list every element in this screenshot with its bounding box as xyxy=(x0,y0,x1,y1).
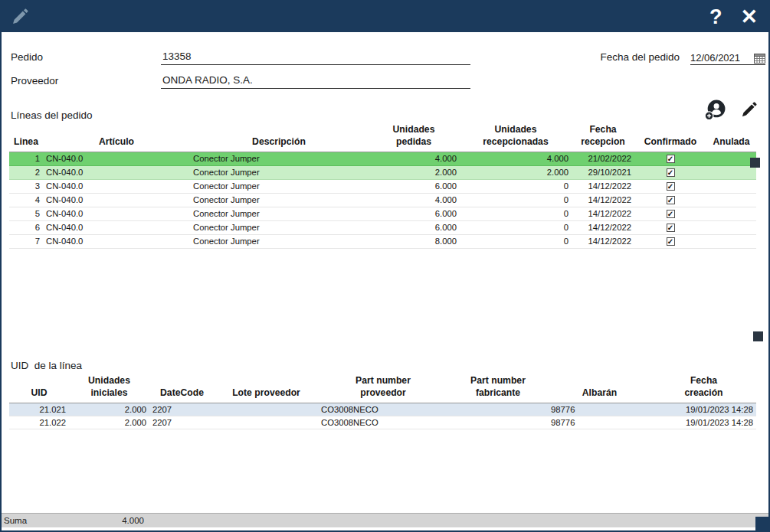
cell-albaran: 98776 xyxy=(548,416,651,429)
cell-iniciales: 2.000 xyxy=(69,416,149,429)
col-unidades-iniciales: Unidades iniciales xyxy=(69,374,149,403)
proveedor-input[interactable]: ONDA RADIO, S.A. xyxy=(161,74,470,89)
suma-value: 4.000 xyxy=(92,514,144,527)
col-anulada: Anulada xyxy=(706,122,756,152)
cell-fecha: 14/12/2022 xyxy=(572,234,634,248)
cell-fecha: 14/12/2022 xyxy=(572,179,634,193)
cell-descripcion: Conector Jumper xyxy=(190,234,368,248)
confirmado-checkbox[interactable]: ✓ xyxy=(667,237,675,246)
cell-articulo: CN-040.0 xyxy=(43,207,190,220)
proveedor-label: Proveedor xyxy=(11,75,161,89)
col-fecha-recepcion: Fecha recepcion xyxy=(572,122,634,152)
cell-descripcion: Conector Jumper xyxy=(190,220,368,234)
cell-fecha: 29/10/2021 xyxy=(572,165,634,179)
cell-uid: 21.022 xyxy=(9,416,69,429)
col-confirmado: Confirmado xyxy=(634,122,706,152)
col-pn-fabricante: Part number fabricante xyxy=(448,374,548,403)
col-albaran: Albarán xyxy=(548,374,651,403)
lineas-row[interactable]: 7CN-040.0Conector Jumper8.000014/12/2022… xyxy=(9,234,756,248)
cell-pn_fabricante xyxy=(448,416,548,429)
cell-fecha: 14/12/2022 xyxy=(572,193,634,207)
cell-linea: 5 xyxy=(9,207,43,220)
col-uid: UID xyxy=(9,374,69,403)
cell-fecha: 21/02/2022 xyxy=(572,152,634,165)
close-button[interactable]: ✕ xyxy=(740,7,758,28)
lineas-row[interactable]: 4CN-040.0Conector Jumper4.000014/12/2022… xyxy=(9,193,756,207)
cell-pedidas: 4.000 xyxy=(368,152,460,165)
calendar-icon[interactable] xyxy=(754,53,765,64)
cell-articulo: CN-040.0 xyxy=(43,193,190,207)
cell-confirmado: ✓ xyxy=(634,152,706,165)
fecha-pedido-input[interactable]: 12/06/2021 xyxy=(690,52,765,65)
help-button[interactable]: ? xyxy=(709,7,722,28)
cell-articulo: CN-040.0 xyxy=(43,165,190,179)
uid-section-header: UID de la línea xyxy=(2,346,768,374)
lineas-row[interactable]: 1CN-040.0Conector Jumper4.0004.00021/02/… xyxy=(9,152,756,165)
scrollbar-square[interactable] xyxy=(753,331,763,341)
lineas-title: Líneas del pedido xyxy=(11,109,93,121)
cell-confirmado: ✓ xyxy=(634,193,706,207)
cell-pn_proveedor: CO3008NECO xyxy=(318,416,448,429)
cell-datecode: 2207 xyxy=(149,416,215,429)
cell-fecha: 14/12/2022 xyxy=(572,220,634,234)
lineas-toolbar xyxy=(704,99,758,121)
cell-linea: 6 xyxy=(9,220,43,234)
confirmado-checkbox[interactable]: ✓ xyxy=(667,196,675,204)
suma-bar: Suma 4.000 xyxy=(2,513,768,527)
confirmado-checkbox[interactable]: ✓ xyxy=(667,182,675,191)
col-linea: Linea xyxy=(9,122,43,152)
uid-header-row: UID Unidades iniciales DateCode Lote pro… xyxy=(9,374,756,403)
cell-lote xyxy=(215,416,318,429)
cell-anulada xyxy=(706,207,756,220)
lineas-row[interactable]: 5CN-040.0Conector Jumper6.000014/12/2022… xyxy=(9,207,756,220)
confirmado-checkbox[interactable]: ✓ xyxy=(667,210,675,218)
cell-linea: 4 xyxy=(9,193,43,207)
edit-lines-icon[interactable] xyxy=(740,101,758,119)
confirmado-checkbox[interactable]: ✓ xyxy=(667,224,675,232)
cell-pn_proveedor: CO3008NECO xyxy=(318,403,448,416)
pedido-input[interactable]: 13358 xyxy=(161,51,470,65)
fecha-pedido-group: Fecha del pedido 12/06/2021 xyxy=(600,51,765,65)
uid-row[interactable]: 21.0222.0002207CO3008NECO9877619/01/2023… xyxy=(9,416,756,429)
cell-recepcionadas: 0 xyxy=(460,179,572,193)
cell-linea: 3 xyxy=(9,179,43,193)
cell-pedidas: 6.000 xyxy=(368,179,460,193)
col-lote-proveedor: Lote proveedor xyxy=(215,374,318,403)
confirmado-checkbox[interactable]: ✓ xyxy=(667,155,675,163)
cell-pedidas: 6.000 xyxy=(368,220,460,234)
cell-pedidas: 2.000 xyxy=(368,165,460,179)
resize-grip[interactable] xyxy=(755,517,768,530)
proveedor-row: Proveedor ONDA RADIO, S.A. xyxy=(11,65,765,89)
scrollbar-thumb[interactable] xyxy=(750,158,760,168)
col-unidades-recepcionadas: Unidades recepcionadas xyxy=(460,122,572,152)
lineas-row[interactable]: 3CN-040.0Conector Jumper6.000014/12/2022… xyxy=(9,179,756,193)
cell-fecha: 14/12/2022 xyxy=(572,207,634,220)
edit-pencil-icon[interactable] xyxy=(11,8,29,26)
pedido-label: Pedido xyxy=(11,51,161,65)
cell-anulada xyxy=(706,179,756,193)
lineas-section-header: Líneas del pedido xyxy=(2,89,768,121)
cell-confirmado: ✓ xyxy=(634,220,706,234)
cell-confirmado: ✓ xyxy=(634,165,706,179)
lineas-row[interactable]: 2CN-040.0Conector Jumper2.0002.00029/10/… xyxy=(9,165,756,179)
cell-articulo: CN-040.0 xyxy=(43,234,190,248)
cell-iniciales: 2.000 xyxy=(69,403,149,416)
confirmado-checkbox[interactable]: ✓ xyxy=(667,168,675,177)
add-person-icon[interactable] xyxy=(704,99,726,121)
cell-pn_fabricante xyxy=(448,403,548,416)
cell-recepcionadas: 0 xyxy=(460,207,572,220)
cell-confirmado: ✓ xyxy=(634,179,706,193)
pedido-row: Pedido 13358 Fecha del pedido 12/06/2021 xyxy=(11,41,765,65)
titlebar: ? ✕ xyxy=(2,2,768,32)
uid-row[interactable]: 21.0212.0002207CO3008NECO9877619/01/2023… xyxy=(9,403,756,416)
cell-descripcion: Conector Jumper xyxy=(190,179,368,193)
col-unidades-pedidas: Unidades pedidas xyxy=(368,122,460,152)
cell-linea: 2 xyxy=(9,165,43,179)
cell-descripcion: Conector Jumper xyxy=(190,193,368,207)
cell-anulada xyxy=(706,165,756,179)
lineas-row[interactable]: 6CN-040.0Conector Jumper6.000014/12/2022… xyxy=(9,220,756,234)
col-articulo: Artículo xyxy=(43,122,190,152)
fecha-pedido-value: 12/06/2021 xyxy=(690,52,740,64)
cell-fecha_creacion: 19/01/2023 14:28 xyxy=(651,416,756,429)
cell-descripcion: Conector Jumper xyxy=(190,152,368,165)
